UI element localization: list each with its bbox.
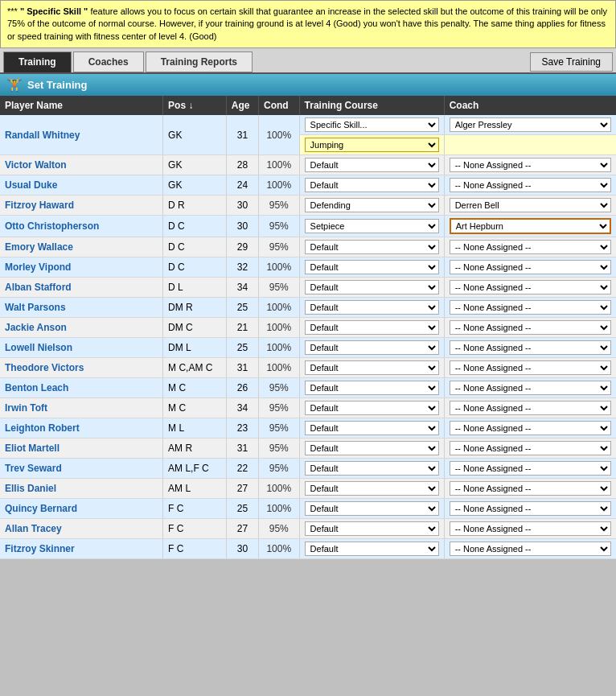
training-cell: Default bbox=[299, 175, 444, 196]
cond-cell: 95% bbox=[258, 196, 299, 216]
player-name[interactable]: Trev Seward bbox=[5, 463, 62, 474]
player-name[interactable]: Alban Stafford bbox=[5, 282, 72, 293]
player-name[interactable]: Leighton Robert bbox=[5, 422, 80, 434]
age-cell: 22 bbox=[226, 459, 258, 479]
training-select[interactable]: Default bbox=[305, 401, 439, 415]
col-header-name: Player Name bbox=[0, 96, 163, 115]
coach-select[interactable]: -- None Assigned -- bbox=[450, 340, 611, 355]
pos-cell: F C bbox=[163, 539, 227, 559]
training-cell: Default bbox=[299, 519, 444, 539]
sub-training-select[interactable]: Jumping bbox=[305, 138, 439, 152]
coach-select[interactable]: Derren Bell bbox=[450, 198, 611, 212]
training-select[interactable]: Default bbox=[305, 240, 439, 254]
coach-cell: Alger Pressley bbox=[444, 115, 616, 135]
age-cell: 25 bbox=[226, 298, 258, 318]
player-name[interactable]: Emory Wallace bbox=[5, 241, 73, 253]
player-name[interactable]: Ellis Daniel bbox=[5, 483, 56, 494]
coach-select[interactable]: -- None Assigned -- bbox=[450, 421, 611, 435]
coach-select[interactable]: -- None Assigned -- bbox=[450, 481, 611, 496]
pos-cell: DM R bbox=[163, 298, 227, 318]
player-name-cell: Quincy Bernard bbox=[0, 499, 163, 519]
coach-select[interactable]: -- None Assigned -- bbox=[450, 542, 611, 556]
player-name[interactable]: Victor Walton bbox=[5, 159, 67, 171]
player-name-cell: Irwin Toft bbox=[0, 398, 163, 418]
tab-training-reports[interactable]: Training Reports bbox=[146, 51, 253, 72]
coach-select[interactable]: -- None Assigned -- bbox=[450, 461, 611, 476]
pos-cell: AM L,F C bbox=[163, 459, 227, 479]
coach-select[interactable]: Alger Pressley bbox=[450, 117, 611, 132]
pos-cell: D L bbox=[163, 278, 227, 298]
coach-select[interactable]: -- None Assigned -- bbox=[450, 178, 611, 192]
training-select[interactable]: Default bbox=[305, 461, 439, 476]
coach-select[interactable]: -- None Assigned -- bbox=[450, 300, 611, 315]
coach-select[interactable]: -- None Assigned -- bbox=[450, 381, 611, 395]
player-name[interactable]: Walt Parsons bbox=[5, 302, 66, 313]
player-name[interactable]: Randall Whitney bbox=[5, 130, 80, 141]
player-name[interactable]: Quincy Bernard bbox=[5, 503, 77, 514]
training-select[interactable]: Default bbox=[305, 441, 439, 455]
coach-select[interactable]: -- None Assigned -- bbox=[450, 158, 611, 172]
player-name-cell: Usual Duke bbox=[0, 175, 163, 196]
pos-cell: DM L bbox=[163, 338, 227, 358]
sub-coach-cell bbox=[444, 135, 616, 155]
player-name[interactable]: Theodore Victors bbox=[5, 362, 84, 373]
save-training-button[interactable]: Save Training bbox=[530, 52, 613, 72]
cond-cell: 95% bbox=[258, 459, 299, 479]
training-select[interactable]: Default bbox=[305, 360, 439, 375]
player-name[interactable]: Allan Tracey bbox=[5, 523, 62, 534]
training-select[interactable]: Default bbox=[305, 178, 439, 192]
coach-select[interactable]: -- None Assigned -- bbox=[450, 260, 611, 274]
player-name[interactable]: Irwin Toft bbox=[5, 402, 47, 414]
coach-select[interactable]: -- None Assigned -- bbox=[450, 401, 611, 415]
age-cell: 32 bbox=[226, 257, 258, 278]
player-name[interactable]: Fitzroy Skinner bbox=[5, 543, 75, 554]
pos-cell: M C bbox=[163, 378, 227, 398]
tab-coaches[interactable]: Coaches bbox=[73, 51, 144, 72]
player-name-cell: Benton Leach bbox=[0, 378, 163, 398]
col-header-pos[interactable]: Pos ↓ bbox=[163, 96, 227, 115]
player-name[interactable]: Lowell Nielson bbox=[5, 342, 72, 353]
coach-select[interactable]: -- None Assigned -- bbox=[450, 441, 611, 455]
player-name[interactable]: Benton Leach bbox=[5, 382, 68, 393]
training-select[interactable]: Default bbox=[305, 542, 439, 556]
cond-cell: 95% bbox=[258, 237, 299, 257]
coach-select[interactable]: -- None Assigned -- bbox=[450, 240, 611, 254]
training-select[interactable]: Default bbox=[305, 421, 439, 435]
cond-cell: 100% bbox=[258, 338, 299, 358]
training-select[interactable]: Default bbox=[305, 340, 439, 355]
tab-training[interactable]: Training bbox=[3, 51, 72, 72]
coach-cell: Art Hepburn bbox=[444, 216, 616, 237]
training-select[interactable]: Default bbox=[305, 320, 439, 335]
training-select[interactable]: Default bbox=[305, 481, 439, 496]
pos-cell: GK bbox=[163, 155, 227, 175]
col-header-cond: Cond bbox=[258, 96, 299, 115]
player-name[interactable]: Otto Christopherson bbox=[5, 220, 99, 232]
coach-select[interactable]: -- None Assigned -- bbox=[450, 360, 611, 375]
pos-cell: M L bbox=[163, 418, 227, 439]
player-name[interactable]: Eliot Martell bbox=[5, 443, 60, 454]
training-select[interactable]: Default bbox=[305, 260, 439, 274]
coach-select[interactable]: -- None Assigned -- bbox=[450, 280, 611, 294]
pos-cell: F C bbox=[163, 519, 227, 539]
training-select[interactable]: Default bbox=[305, 280, 439, 294]
training-select[interactable]: Default bbox=[305, 158, 439, 172]
training-select[interactable]: Default bbox=[305, 381, 439, 395]
pos-cell: M C,AM C bbox=[163, 358, 227, 378]
player-name[interactable]: Morley Vipond bbox=[5, 262, 71, 273]
coach-select[interactable]: -- None Assigned -- bbox=[450, 320, 611, 335]
training-select[interactable]: Specific Skill... bbox=[305, 117, 439, 132]
player-name[interactable]: Usual Duke bbox=[5, 179, 57, 191]
coach-select[interactable]: -- None Assigned -- bbox=[450, 501, 611, 516]
training-select[interactable]: Defending bbox=[305, 198, 439, 212]
player-name-cell: Trev Seward bbox=[0, 459, 163, 479]
pos-cell: D C bbox=[163, 237, 227, 257]
player-name-cell: Leighton Robert bbox=[0, 418, 163, 439]
player-name[interactable]: Jackie Anson bbox=[5, 322, 67, 333]
player-name[interactable]: Fitzroy Haward bbox=[5, 200, 74, 211]
coach-select[interactable]: -- None Assigned -- bbox=[450, 521, 611, 536]
coach-select[interactable]: Art Hepburn bbox=[450, 218, 611, 234]
training-select[interactable]: Default bbox=[305, 521, 439, 536]
training-select[interactable]: Default bbox=[305, 300, 439, 315]
training-select[interactable]: Setpiece bbox=[305, 219, 439, 233]
training-select[interactable]: Default bbox=[305, 501, 439, 516]
